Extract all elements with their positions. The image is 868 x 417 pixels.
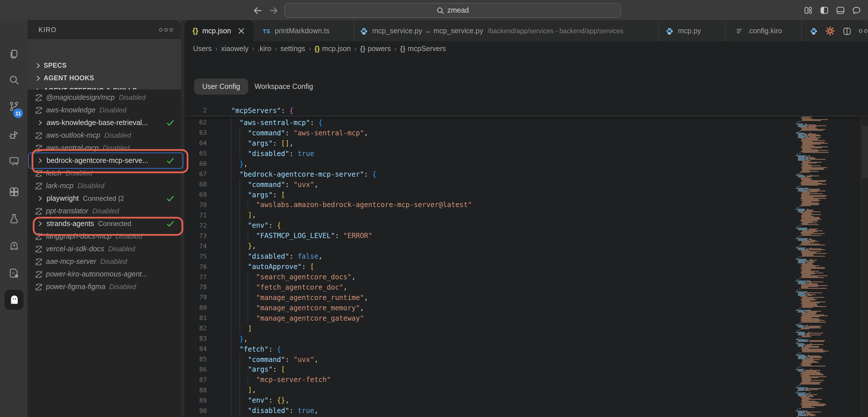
- sync-disabled-icon: [34, 282, 43, 291]
- mcp-server-row-aws-knowledge[interactable]: aws-knowledgeDisabled: [28, 104, 181, 116]
- code-editor[interactable]: 62 "aws-sentral-mcp": {63 "command": "aw…: [184, 117, 868, 417]
- check-icon: [166, 220, 174, 227]
- remote-explorer-icon[interactable]: [0, 151, 28, 170]
- kiro-window: { "titlebar": { "search_value": "zmead",…: [0, 0, 868, 417]
- mcp-server-row-playwright[interactable]: playwrightConnected (22 tools): [28, 192, 181, 205]
- mcp-server-row-power-figma-figma[interactable]: power-figma-figmaDisabled: [28, 280, 181, 293]
- search-icon: [436, 7, 444, 14]
- breadcrumb-mcpservers[interactable]: {}mcpServers: [400, 45, 446, 53]
- sync-disabled-icon: [34, 131, 43, 140]
- breadcrumb-xiaowely[interactable]: xiaowely: [221, 45, 248, 53]
- code-line-86: 86 "args": [: [184, 364, 868, 375]
- code-line-89: 89 "env": {},: [184, 395, 868, 406]
- breadcrumb-kiro[interactable]: .kiro: [258, 45, 271, 53]
- kiro-starburst-icon[interactable]: [825, 26, 835, 36]
- sidebar-section-agent-hooks[interactable]: AGENT HOOKS: [28, 72, 181, 84]
- code-line-65: 65 "disabled": true: [184, 148, 868, 159]
- activity-bar: 11: [0, 20, 28, 417]
- mcp-server-row-aws-outlook-mcp[interactable]: aws-outlook-mcpDisabled: [28, 129, 181, 142]
- mcp-server-row-lark-mcp[interactable]: lark-mcpDisabled: [28, 179, 181, 192]
- editor-panel: Users › xiaowely › .kiro › settings › {}…: [184, 41, 868, 417]
- code-line-87: 87 "mcp-server-fetch": [184, 375, 868, 385]
- debug-icon[interactable]: [0, 125, 28, 144]
- check-icon: [166, 158, 174, 164]
- code-line-71: 71 ],: [184, 210, 868, 220]
- toggle-sidebar-icon[interactable]: [819, 5, 829, 15]
- tab-config-kiro[interactable]: .config.kiro: [725, 21, 802, 41]
- code-line-79: 79 "manage_agentcore_runtime",: [184, 292, 868, 303]
- source-control-badge: 11: [13, 108, 23, 118]
- code-line-77: 77 "search_agentcore_docs",: [184, 272, 868, 282]
- tab-printmarkdown-ts[interactable]: TS printMarkdown.ts: [255, 21, 354, 41]
- files-icon[interactable]: [0, 44, 28, 64]
- breadcrumb: Users › xiaowely › .kiro › settings › {}…: [193, 43, 446, 55]
- breadcrumb-powers[interactable]: {}powers: [360, 45, 391, 53]
- mcp-server-row-aws-knowledge-base-retrieval-[interactable]: aws-knowledge-base-retrieval...: [28, 116, 181, 129]
- sync-disabled-icon: [34, 207, 43, 215]
- sync-disabled-icon: [34, 169, 43, 177]
- mcp-server-row-fetch[interactable]: fetchDisabled: [28, 167, 181, 179]
- layout-grid-icon[interactable]: [803, 5, 813, 15]
- search-input[interactable]: zmead: [284, 3, 621, 18]
- mcp-server-row-aae-mcp-server[interactable]: aae-mcp-serverDisabled: [28, 255, 181, 268]
- minimap[interactable]: [793, 103, 857, 417]
- search-sidebar-icon[interactable]: [0, 70, 28, 90]
- tab-strip: TS printMarkdown.ts mcp_service.py ↔ mcp…: [255, 21, 868, 41]
- ellipsis-icon[interactable]: [159, 28, 173, 31]
- file-gear-icon[interactable]: [0, 263, 28, 283]
- code-line-63: 63 "command": "aws-sentral-mcp",: [184, 128, 868, 138]
- chevron-right-icon: [37, 120, 44, 126]
- sync-disabled-icon: [34, 270, 43, 278]
- tab-mcp-service-py-diff[interactable]: mcp_service.py ↔ mcp_service.py /backend…: [354, 21, 659, 41]
- mcp-server-row-aws-sentral-mcp[interactable]: aws-sentral-mcpDisabled: [28, 142, 181, 154]
- mcp-server-row--magicuidesign-mcp[interactable]: @magicuidesign/mcpDisabled: [28, 91, 181, 104]
- split-editor-icon[interactable]: [843, 27, 851, 35]
- sync-disabled-icon: [34, 93, 43, 102]
- forward-arrow-icon[interactable]: [267, 4, 280, 16]
- python-icon: [666, 27, 673, 35]
- list-icon: [736, 28, 743, 34]
- tab-workspace-config[interactable]: Workspace Config: [254, 78, 313, 95]
- chat-bubble-icon[interactable]: [851, 5, 861, 15]
- mcp-server-row-ppt-translator[interactable]: ppt-translatorDisabled: [28, 205, 181, 217]
- more-actions-icon[interactable]: [859, 29, 868, 33]
- mcp-server-list: @magicuidesign/mcpDisabledaws-knowledgeD…: [28, 90, 181, 417]
- sidebar-section-specs[interactable]: SPECS: [28, 59, 181, 72]
- mcp-server-row-strands-agents[interactable]: strands-agentsConnected (2 to...: [28, 217, 181, 230]
- code-line-72: 72 "env": {: [184, 220, 868, 231]
- code-line-66: 66 },: [184, 159, 868, 169]
- breadcrumb-mcp-json[interactable]: {}mcp.json: [314, 45, 351, 53]
- search-value: zmead: [447, 6, 469, 14]
- mcp-server-row-langgraph-docs-mcp[interactable]: langgraph-docs-mcpDisabled: [28, 230, 181, 243]
- breadcrumb-users[interactable]: Users: [193, 45, 212, 53]
- kiro-ghost-icon[interactable]: [5, 290, 24, 310]
- toggle-panel-icon[interactable]: [835, 5, 845, 15]
- code-line-88: 88 ],: [184, 385, 868, 395]
- mcp-server-row-bedrock-agentcore-mcp-serve-[interactable]: bedrock-agentcore-mcp-serve...: [28, 154, 181, 167]
- code-line-90: 90 "disabled": true,: [184, 406, 868, 416]
- code-line-83: 83 },: [184, 334, 868, 344]
- braces-icon: {}: [314, 45, 320, 53]
- typescript-icon: TS: [262, 28, 270, 34]
- close-icon[interactable]: [239, 28, 244, 34]
- editor-scrollbar[interactable]: [861, 103, 868, 417]
- braces-icon: {}: [400, 45, 406, 53]
- back-arrow-icon[interactable]: [251, 4, 264, 16]
- tab-mcp-json[interactable]: {} mcp.json: [184, 20, 254, 41]
- tab-mcp-py[interactable]: mcp.py: [659, 21, 725, 41]
- ghost-bolt-icon[interactable]: [0, 236, 28, 255]
- python-icon[interactable]: [810, 27, 817, 35]
- code-line-78: 78 "fetch_agentcore_doc",: [184, 282, 868, 292]
- sticky-scroll-line: 2 "mcpServers": {: [184, 105, 868, 116]
- scrollbar-slider[interactable]: [862, 126, 868, 178]
- chevron-right-icon: [34, 61, 42, 69]
- mcp-server-row-power-kiro-autonomous-agent-[interactable]: power-kiro-autonomous-agent...: [28, 268, 181, 280]
- check-icon: [166, 195, 174, 202]
- code-line-82: 82 ]: [184, 323, 868, 334]
- mcp-server-row-vercel-ai-sdk-docs[interactable]: vercel-ai-sdk-docsDisabled: [28, 243, 181, 255]
- test-flask-icon[interactable]: [0, 209, 28, 228]
- breadcrumb-settings[interactable]: settings: [280, 45, 305, 53]
- tab-user-config[interactable]: User Config: [194, 78, 248, 95]
- sidebar-title: KIRO: [38, 26, 159, 33]
- extensions-icon[interactable]: [0, 182, 28, 201]
